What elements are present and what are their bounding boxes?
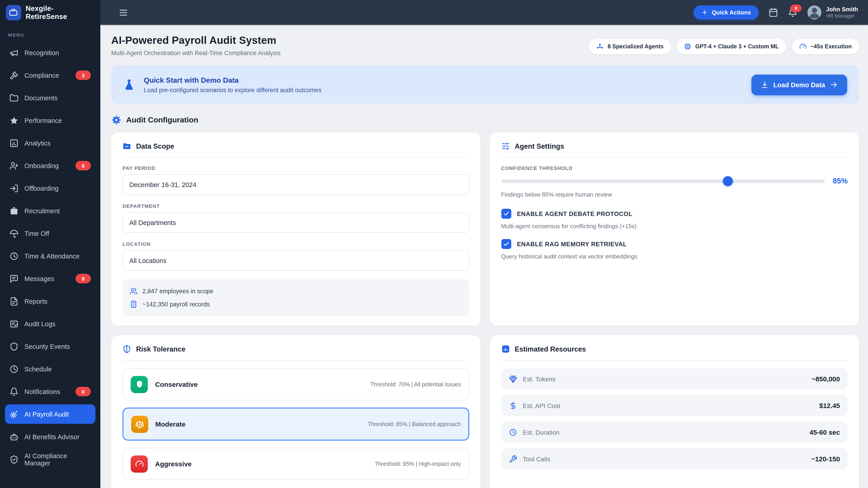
sidebar-item-label: Onboarding bbox=[24, 162, 59, 169]
risk-option-moderate[interactable]: Moderate Threshold: 85% | Balanced appro… bbox=[123, 408, 469, 441]
payroll-records-label: ~142,350 payroll records bbox=[143, 301, 210, 308]
file-text-icon bbox=[9, 297, 19, 306]
agent-settings-card: Agent Settings CONFIDENCE THRESHOLD 85% … bbox=[490, 132, 859, 326]
est-api-cost-value: $12.45 bbox=[819, 402, 840, 410]
confidence-threshold-slider[interactable] bbox=[501, 179, 825, 183]
tool-calls-label: Tool Calls bbox=[523, 455, 550, 462]
sidebar-item-ai-payroll-audit[interactable]: AI Payroll Audit bbox=[5, 404, 95, 424]
agent-debate-note: Multi-agent consensus for conflicting fi… bbox=[501, 223, 848, 230]
megaphone-icon bbox=[9, 48, 19, 57]
sidebar-item-schedule[interactable]: Schedule bbox=[5, 359, 95, 379]
risk-option-aggressive[interactable]: Aggressive Threshold: 95% | High-impact … bbox=[123, 448, 469, 480]
sidebar-item-onboarding[interactable]: Onboarding 6 bbox=[5, 156, 95, 175]
sidebar-item-label: AI Compliance Manager bbox=[24, 452, 91, 466]
page-title: AI-Powered Payroll Audit System bbox=[111, 34, 281, 46]
banner-title: Quick Start with Demo Data bbox=[144, 76, 321, 84]
execution-badge-label: ~45s Execution bbox=[810, 43, 852, 50]
sidebar-item-label: Reports bbox=[24, 297, 48, 305]
sidebar-item-ai-compliance-manager[interactable]: AI Compliance Manager bbox=[5, 450, 95, 469]
employees-in-scope-label: 2,847 employees in scope bbox=[143, 288, 213, 295]
user-role: HR Manager bbox=[826, 13, 858, 19]
sidebar-item-analytics[interactable]: Analytics bbox=[5, 133, 95, 153]
sidebar-item-time-off[interactable]: Time Off bbox=[5, 224, 95, 243]
screen: Nexgile-RetireSense MENU Recognition Com… bbox=[0, 0, 868, 488]
risk-option-detail: Threshold: 85% | Balanced approach bbox=[368, 421, 461, 427]
user-name: John Smith bbox=[826, 6, 858, 13]
sidebar-item-label: Time & Attendance bbox=[24, 252, 80, 260]
sidebar-item-performance[interactable]: Performance bbox=[5, 111, 95, 130]
pay-period-select[interactable]: December 16-31, 2024 bbox=[123, 174, 469, 195]
checkbox-checked-icon[interactable] bbox=[501, 209, 511, 219]
sidebar-item-time-attendance[interactable]: Time & Attendance bbox=[5, 246, 95, 266]
payroll-records: ~142,350 payroll records bbox=[130, 298, 462, 311]
flask-icon bbox=[123, 78, 135, 91]
onboarding-count-badge: 6 bbox=[75, 161, 91, 170]
sidebar-toggle-button[interactable] bbox=[117, 6, 130, 19]
sidebar-item-offboarding[interactable]: Offboarding bbox=[5, 178, 95, 198]
sidebar-item-security-events[interactable]: Security Events bbox=[5, 337, 95, 356]
quick-start-banner: Quick Start with Demo Data Load pre-conf… bbox=[111, 66, 859, 104]
calendar-button[interactable] bbox=[769, 8, 778, 17]
slider-thumb[interactable] bbox=[723, 176, 733, 186]
data-scope-card: Data Scope PAY PERIOD December 16-31, 20… bbox=[111, 132, 480, 326]
sidebar-item-label: Messages bbox=[24, 275, 54, 282]
bell-icon bbox=[9, 387, 19, 396]
models-badge: GPT-4 + Claude 3 + Custom ML bbox=[677, 39, 786, 54]
gavel-icon bbox=[9, 71, 19, 80]
agent-settings-title: Agent Settings bbox=[515, 142, 564, 150]
load-demo-data-button[interactable]: Load Demo Data bbox=[751, 74, 847, 95]
sidebar-item-recruitment[interactable]: Recruitment bbox=[5, 201, 95, 221]
shield-icon bbox=[123, 345, 131, 353]
data-scope-title: Data Scope bbox=[136, 142, 174, 150]
quick-actions-button[interactable]: Quick Actions bbox=[694, 5, 759, 20]
sidebar-item-label: Offboarding bbox=[24, 185, 59, 192]
risk-option-name: Conservative bbox=[155, 381, 197, 388]
wrench-icon bbox=[509, 455, 517, 463]
agent-debate-label: ENABLE AGENT DEBATE PROTOCOL bbox=[517, 210, 632, 217]
shield-solid-icon bbox=[131, 376, 148, 393]
tool-calls-row: Tool Calls ~120-150 bbox=[501, 448, 848, 469]
sidebar-item-ai-benefits-advisor[interactable]: AI Benefits Advisor bbox=[5, 427, 95, 447]
agent-debate-checkbox-row[interactable]: ENABLE AGENT DEBATE PROTOCOL bbox=[501, 209, 848, 219]
risk-option-conservative[interactable]: Conservative Threshold: 70% | All potent… bbox=[123, 368, 469, 400]
confidence-threshold-value: 85% bbox=[833, 177, 848, 185]
sidebar-item-documents[interactable]: Documents bbox=[5, 88, 95, 107]
clock-icon bbox=[9, 364, 19, 373]
log-out-icon bbox=[9, 184, 19, 193]
sidebar-item-audit-logs[interactable]: Audit Logs bbox=[5, 314, 95, 333]
employees-in-scope: 2,847 employees in scope bbox=[130, 285, 462, 298]
sidebar-item-label: Compliance bbox=[24, 72, 59, 79]
user-menu[interactable]: John Smith HR Manager bbox=[807, 5, 858, 20]
brand-name: Nexgile-RetireSense bbox=[26, 4, 94, 21]
department-select[interactable]: All Departments bbox=[123, 213, 469, 233]
load-demo-data-label: Load Demo Data bbox=[773, 81, 825, 88]
download-icon bbox=[761, 81, 768, 89]
sliders-icon bbox=[501, 142, 510, 151]
checkbox-checked-icon[interactable] bbox=[501, 239, 511, 249]
sidebar-item-messages[interactable]: Messages 8 bbox=[5, 269, 95, 288]
shield-check-icon bbox=[9, 455, 19, 464]
sidebar-item-label: AI Benefits Advisor bbox=[24, 433, 79, 440]
location-select[interactable]: All Locations bbox=[123, 250, 469, 271]
execution-badge: ~45s Execution bbox=[792, 39, 859, 54]
dollar-icon bbox=[509, 401, 517, 410]
notifications-button[interactable]: 8 bbox=[788, 8, 798, 17]
est-duration-row: Est. Duration 45-60 sec bbox=[501, 422, 848, 443]
estimated-resources-card: Estimated Resources Est. Tokens ~850,000… bbox=[490, 335, 859, 488]
rag-memory-checkbox-row[interactable]: ENABLE RAG MEMORY RETRIEVAL bbox=[501, 239, 848, 249]
location-value: All Locations bbox=[129, 257, 166, 264]
gem-icon bbox=[509, 375, 517, 383]
messages-count-badge: 8 bbox=[75, 274, 91, 283]
sidebar-item-compliance[interactable]: Compliance 3 bbox=[5, 66, 95, 85]
app-logo[interactable]: Nexgile-RetireSense bbox=[0, 0, 100, 25]
sidebar-item-reports[interactable]: Reports bbox=[5, 291, 95, 311]
bot-icon bbox=[9, 432, 19, 441]
users-icon bbox=[130, 287, 137, 295]
sidebar-item-label: Documents bbox=[24, 94, 58, 101]
sidebar-item-label: AI Payroll Audit bbox=[24, 411, 69, 418]
folder-icon bbox=[123, 142, 131, 151]
briefcase-logo-icon bbox=[6, 5, 21, 20]
header-badges: 8 Specialized Agents GPT-4 + Claude 3 + … bbox=[589, 39, 859, 54]
sidebar-item-notifications[interactable]: Notifications 8 bbox=[5, 382, 95, 401]
sidebar-item-recognition[interactable]: Recognition bbox=[5, 43, 95, 62]
